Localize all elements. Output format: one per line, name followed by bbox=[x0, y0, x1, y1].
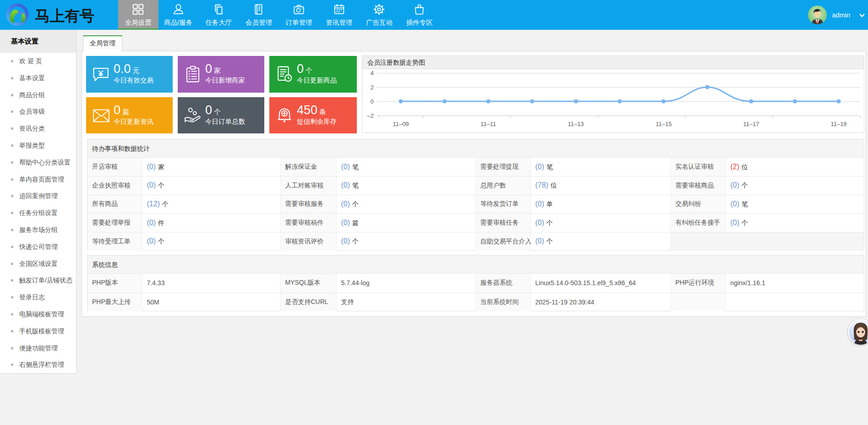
svg-text:11–13: 11–13 bbox=[568, 121, 584, 127]
svg-text:0: 0 bbox=[371, 98, 374, 105]
svg-text:4: 4 bbox=[371, 70, 374, 77]
svg-text:11–17: 11–17 bbox=[743, 121, 759, 127]
svg-text:11–11: 11–11 bbox=[480, 121, 496, 127]
svg-text:11–09: 11–09 bbox=[393, 121, 409, 127]
svg-text:2: 2 bbox=[371, 84, 374, 91]
svg-text:11–15: 11–15 bbox=[655, 121, 671, 127]
svg-text:11–19: 11–19 bbox=[830, 121, 846, 127]
svg-text:–2: –2 bbox=[367, 112, 374, 119]
